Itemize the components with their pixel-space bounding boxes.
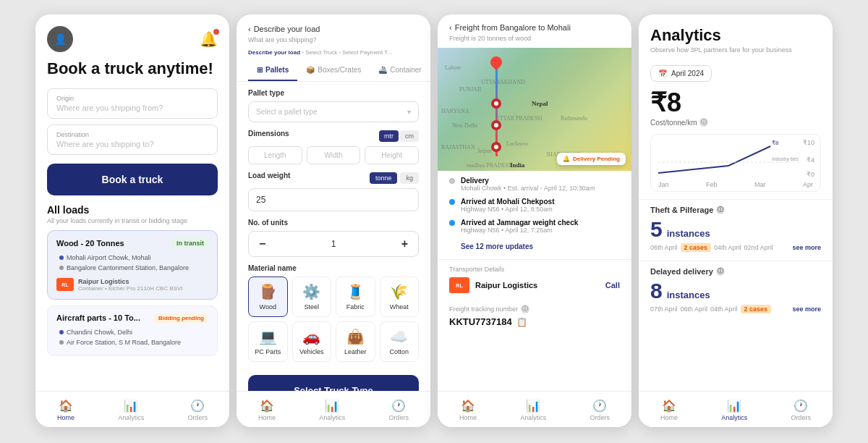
nav-analytics[interactable]: 📊 Analytics (118, 399, 144, 421)
destination-placeholder: Where are you shipping to? (56, 140, 208, 148)
load-name-1: Aircraft parts - 10 To... (56, 313, 140, 322)
pallet-type-placeholder: Select a pallet type (256, 108, 318, 116)
analytics-title: Analytics (650, 26, 821, 45)
units-label: No. of units (248, 219, 419, 227)
delay-info-icon[interactable]: ⓘ (716, 267, 725, 276)
load-card-1[interactable]: Aircraft parts - 10 To... Bidding pendin… (47, 305, 218, 356)
material-vehicles[interactable]: 🚗 Vehicles (292, 321, 332, 362)
pallet-type-select[interactable]: Select a pallet type ▾ (248, 101, 419, 122)
material-section: Material name 🪵 Wood ⚙️ Steel 🧵 Fabric 🌾… (237, 264, 430, 362)
screen-book-truck: 👤 🔔 Book a truck anytime! Origin Where a… (35, 14, 229, 427)
stop-2 (491, 120, 501, 130)
nav-orders[interactable]: 🕐 Orders (388, 399, 409, 421)
delay-title: Delayed delivery ⓘ (650, 261, 821, 276)
update-dot-2 (449, 220, 455, 226)
pc-parts-icon: 💻 (259, 328, 277, 345)
analytics-icon: 📊 (124, 399, 138, 413)
period-selector[interactable]: 📅 April 2024 (650, 65, 712, 82)
load-weight-label: Load weight (248, 172, 290, 180)
transporter-label: Transporter Details (449, 266, 620, 273)
dimension-inputs: Length Width Height (248, 146, 419, 164)
length-input[interactable]: Length (248, 146, 302, 164)
material-wood[interactable]: 🪵 Wood (248, 277, 288, 317)
theft-date-2: 04th April (714, 244, 741, 251)
bottom-nav: 🏠 Home 📊 Analytics 🕐 Orders (237, 391, 430, 427)
transporter-logo: RL (449, 277, 469, 293)
container-icon: 🚢 (378, 66, 387, 74)
theft-info-icon[interactable]: ⓘ (716, 206, 725, 214)
nav-analytics[interactable]: 📊 Analytics (721, 399, 747, 421)
theft-see-more[interactable]: see more (792, 244, 821, 251)
update-sub-1: Highway N56 • April 12, 8:50am (461, 206, 554, 213)
info-icon[interactable]: ⓘ (521, 305, 529, 313)
analytics-icon: 📊 (727, 399, 741, 413)
chart-y-mid: ₹4 (807, 156, 814, 164)
tab-boxes[interactable]: 📦 Boxes/Crates (297, 60, 370, 81)
load-card-0[interactable]: Wood - 20 Tonnes In transit Mohali Airpo… (47, 230, 218, 300)
chart-svg: ₹8 industry best (658, 140, 799, 177)
theft-date-1: 06th April (650, 244, 678, 251)
analytics-subtitle: Observe how 3PL partners fare for your b… (650, 46, 821, 54)
unit-cm-btn[interactable]: cm (400, 130, 419, 142)
origin-input[interactable]: Origin Where are you shipping from? (47, 88, 218, 119)
nav-home[interactable]: 🏠 Home (57, 399, 75, 421)
unit-tonne-btn[interactable]: tonne (370, 172, 398, 184)
freight-subtitle: Freight is 20 tonnes of wood (449, 35, 620, 42)
nav-home-label: Home (57, 414, 75, 421)
delay-date-3: 04th April (710, 305, 738, 313)
tab-container[interactable]: 🚢 Container (370, 60, 430, 81)
nav-home[interactable]: 🏠 Home (258, 399, 276, 421)
nav-orders[interactable]: 🕐 Orders (791, 399, 811, 421)
vehicles-icon: 🚗 (302, 328, 320, 345)
nav-analytics[interactable]: 📊 Analytics (319, 399, 345, 421)
screen-describe-load: ‹ Describe your load What are you shippi… (237, 14, 430, 427)
see-more-updates[interactable]: See 12 more updates (449, 240, 620, 253)
call-button[interactable]: Call (605, 281, 620, 290)
nav-home[interactable]: 🏠 Home (459, 399, 477, 421)
wood-icon: 🪵 (259, 283, 277, 300)
unit-mtr-btn[interactable]: mtr (379, 130, 399, 142)
back-button[interactable]: ‹ Describe your load (248, 25, 419, 33)
copy-icon[interactable]: 📋 (516, 317, 527, 327)
screen-analytics: Analytics Observe how 3PL partners fare … (639, 14, 833, 427)
material-pc-parts[interactable]: 💻 PC Parts (248, 321, 288, 362)
nav-analytics[interactable]: 📊 Analytics (520, 399, 546, 421)
tab-pallets[interactable]: ⊞ Pallets (248, 60, 297, 81)
load-weight-input[interactable]: 25 (248, 188, 419, 211)
material-steel-label: Steel (304, 303, 319, 311)
nav-orders[interactable]: 🕐 Orders (187, 399, 208, 421)
orders-icon: 🕐 (391, 399, 406, 413)
material-cotton-label: Cotton (389, 348, 409, 355)
cost-info-icon[interactable]: ⓘ (699, 118, 708, 127)
width-input[interactable]: Width (307, 146, 361, 164)
unit-kg-btn[interactable]: kg (400, 172, 419, 184)
load-logistics-0: RL Raipur Logistics Container • Eicher P… (56, 278, 208, 292)
increment-button[interactable]: + (391, 232, 418, 256)
material-wheat[interactable]: 🌾 Wheat (380, 277, 420, 317)
svg-text:industry best: industry best (772, 156, 799, 162)
delay-see-more[interactable]: see more (792, 305, 821, 313)
chevron-down-icon: ▾ (407, 108, 411, 116)
cotton-icon: ☁️ (390, 328, 408, 345)
describe-subtitle: What are you shipping? (248, 36, 419, 43)
material-steel[interactable]: ⚙️ Steel (292, 277, 332, 317)
destination-input[interactable]: Destination Where are you shipping to? (47, 125, 218, 155)
pallets-icon: ⊞ (257, 66, 263, 74)
material-leather[interactable]: 👜 Leather (336, 321, 375, 362)
material-fabric[interactable]: 🧵 Fabric (336, 277, 375, 317)
chart-x-labels: Jan Feb Mar Apr (658, 181, 813, 188)
nav-orders[interactable]: 🕐 Orders (590, 399, 610, 421)
nav-home[interactable]: 🏠 Home (660, 399, 678, 421)
material-cotton[interactable]: ☁️ Cotton (380, 321, 420, 362)
notification-bell-wrapper: 🔔 (200, 30, 218, 48)
back-label: Describe your load (254, 25, 320, 33)
delay-cases: 2 cases (741, 305, 772, 313)
height-input[interactable]: Height (365, 146, 419, 164)
book-truck-button[interactable]: Book a truck (47, 164, 218, 195)
decrement-button[interactable]: − (249, 232, 276, 256)
material-wood-label: Wood (260, 303, 276, 311)
load-type-tabs: ⊞ Pallets 📦 Boxes/Crates 🚢 Container (237, 60, 430, 82)
cost-metric: ₹8 Cost/tonne/km ⓘ (639, 88, 833, 134)
back-button[interactable]: ‹ Freight from Bangalore to Mohali (449, 23, 620, 32)
chart-label-mar: Mar (754, 181, 766, 188)
